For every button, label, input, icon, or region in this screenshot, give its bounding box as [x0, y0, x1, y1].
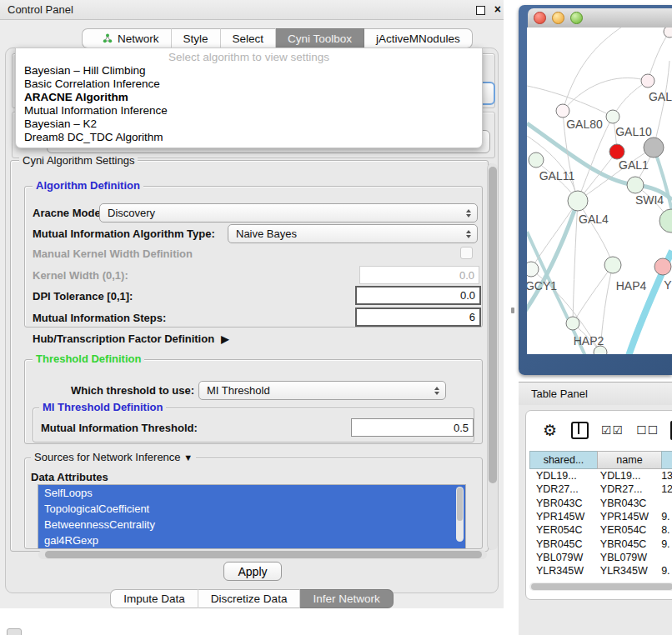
aracne-mode-label: Aracne Mode: [33, 207, 104, 219]
aracne-mode-select[interactable]: Discovery [99, 203, 478, 222]
attribute-item[interactable]: gal4RGexp [38, 532, 465, 548]
algorithm-option[interactable]: Bayesian – Hill Climbing [16, 64, 482, 78]
application-root: Control Panel × NetworkStyleSelectCyni T… [0, 0, 672, 635]
panel-splitter-handle[interactable] [511, 308, 514, 313]
float-window-icon[interactable] [476, 6, 485, 15]
bottom-tab-infer-network[interactable]: Infer Network [300, 589, 393, 608]
tab-jactivemnodules[interactable]: jActiveMNodules [364, 28, 473, 48]
column-header-a[interactable]: A [661, 451, 672, 469]
network-edge[interactable] [563, 78, 648, 111]
network-node-gal10[interactable] [606, 110, 619, 123]
close-icon[interactable]: × [494, 2, 501, 17]
network-edge[interactable] [563, 28, 627, 111]
network-node-gcy1[interactable] [527, 262, 539, 277]
tab-network[interactable]: Network [91, 28, 172, 48]
tab-style[interactable]: Style [172, 28, 221, 48]
which-threshold-select[interactable]: MI Threshold [198, 381, 446, 400]
network-node-gal4[interactable] [568, 191, 588, 211]
network-node[interactable] [659, 209, 672, 232]
mi-threshold-field[interactable]: 0.5 [351, 418, 474, 437]
table-row[interactable]: YDL19...YDL19...13 [529, 469, 672, 482]
algorithm-option[interactable]: Bayesian – K2 [16, 118, 482, 131]
bottom-tab-discretize-data[interactable]: Discretize Data [198, 589, 301, 608]
table-row[interactable]: YBR043CYBR043C [529, 497, 672, 510]
algorithm-option[interactable]: ARACNE Algorithm [16, 91, 482, 104]
network-edge[interactable] [654, 61, 669, 148]
minimize-traffic-light-icon[interactable] [552, 12, 564, 24]
table-cell: YBR043C [529, 498, 594, 509]
network-edge[interactable] [573, 201, 578, 323]
combo-arrows-icon [462, 230, 475, 238]
table-row[interactable]: YIL052CYIL052C9. [529, 578, 672, 581]
mi-steps-field[interactable]: 6 [355, 308, 481, 327]
network-node-swi4[interactable] [627, 177, 644, 193]
network-node-y[interactable] [654, 258, 671, 275]
data-attributes-label: Data Attributes [31, 471, 108, 483]
network-node[interactable] [644, 138, 664, 158]
collapsed-panel-stub[interactable] [7, 628, 22, 635]
kernel-width-field[interactable]: 0.0 [359, 266, 479, 284]
network-node[interactable] [664, 28, 672, 38]
attribute-item[interactable]: BetweennessCentrality [38, 517, 465, 532]
dpi-tolerance-field[interactable]: 0.0 [355, 286, 481, 305]
settings-gear-icon[interactable]: ⚙ [543, 421, 557, 440]
tab-label: Network [118, 32, 159, 45]
algorithm-option[interactable]: Dream8 DC_TDC Algorithm [16, 131, 482, 144]
split-columns-icon[interactable] [571, 422, 589, 439]
settings-vertical-scrollbar[interactable] [487, 163, 498, 550]
network-node-gal80[interactable] [556, 104, 569, 118]
list-scrollbar[interactable] [456, 487, 464, 542]
close-traffic-light-icon[interactable] [534, 12, 546, 24]
network-node-hap4[interactable] [604, 257, 621, 273]
network-edge[interactable] [613, 81, 648, 117]
mi-type-label: Mutual Information Algorithm Type: [33, 228, 215, 240]
tab-select[interactable]: Select [221, 28, 277, 48]
data-attributes-list[interactable]: SelfLoopsTopologicalCoefficientBetweenne… [38, 484, 466, 549]
table-cell: YBR045C [529, 538, 594, 550]
apply-button[interactable]: Apply [223, 562, 282, 581]
algorithm-option[interactable]: Basic Correlation Inference [16, 78, 482, 91]
zoom-traffic-light-icon[interactable] [570, 12, 583, 24]
table-row[interactable]: YLR345WYLR345W9. [529, 564, 672, 578]
unchecked-columns-icon[interactable]: ☐☐ [636, 423, 659, 437]
table-panel-titlebar[interactable]: Table Panel [519, 382, 672, 406]
network-node-gal11[interactable] [529, 152, 544, 168]
attribute-item[interactable]: TopologicalCoefficient [38, 501, 465, 517]
tab-cyni-toolbox[interactable]: Cyni Toolbox [276, 28, 364, 48]
checked-columns-icon[interactable]: ☑☑ [601, 423, 624, 437]
network-edge[interactable] [648, 32, 669, 81]
control-panel-titlebar[interactable]: Control Panel × [0, 0, 504, 20]
network-node-hap2[interactable] [566, 317, 579, 330]
table-row[interactable]: YBR045CYBR045C9. [529, 537, 672, 550]
algorithm-dropdown-popup: Select algorithm to view settings Bayesi… [15, 48, 483, 148]
attribute-item[interactable]: SelfLoops [38, 485, 465, 501]
table-row[interactable]: YDR27...YDR27...12 [529, 482, 672, 496]
hub-definition-expander[interactable]: Hub/Transcription Factor Definition▶ [33, 332, 228, 345]
table-row[interactable]: YER054CYER054C8. [529, 523, 672, 537]
network-edge[interactable] [654, 148, 672, 219]
sources-group-title[interactable]: Sources for Network Inference ▼ [31, 452, 196, 463]
network-edge[interactable] [527, 201, 578, 311]
bottom-tab-impute-data[interactable]: Impute Data [110, 589, 198, 608]
network-edge[interactable] [578, 201, 613, 265]
network-window-titlebar[interactable] [528, 8, 672, 28]
network-view-window[interactable]: GALGAL80GAL10GAL1GAL11SWI4GAL4HAP4YGCY1H… [519, 5, 672, 375]
network-node-gal1[interactable] [609, 144, 624, 159]
network-node-gal[interactable] [641, 74, 654, 88]
manual-kernel-checkbox[interactable] [460, 247, 473, 259]
table-cell: YDL19... [594, 470, 654, 482]
table-row[interactable]: YBL079WYBL079W [529, 551, 672, 564]
table-cell: 9. [654, 565, 672, 577]
column-header-shared-[interactable]: shared... [529, 451, 597, 469]
algorithm-option[interactable]: Mutual Information Inference [16, 104, 482, 118]
table-horizontal-scrollbar[interactable] [529, 582, 672, 591]
table-cell: 9. [654, 538, 672, 550]
table-row[interactable]: YPR145WYPR145W9. [529, 510, 672, 523]
network-canvas[interactable]: GALGAL80GAL10GAL1GAL11SWI4GAL4HAP4YGCY1H… [527, 28, 672, 354]
node-label: GAL4 [579, 212, 609, 226]
column-header-name[interactable]: name [597, 451, 661, 469]
settings-horizontal-scrollbar[interactable] [38, 550, 487, 559]
mi-steps-label: Mutual Information Steps: [33, 312, 166, 324]
table-cell: YBR045C [594, 538, 654, 550]
mi-type-select[interactable]: Naive Bayes [228, 224, 478, 243]
